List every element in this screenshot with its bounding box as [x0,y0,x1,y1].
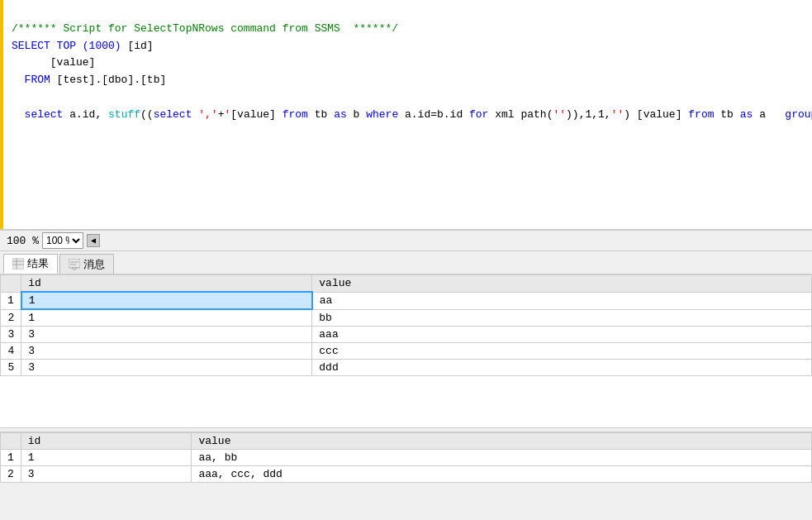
table-row[interactable]: 33aaa [1,327,812,343]
row-number: 3 [1,327,21,343]
row-number: 1 [1,292,21,309]
row-number: 2 [1,466,21,483]
cell-value[interactable]: aa [312,292,812,309]
comment-line: /****** Script for SelectTopNRows comman… [12,22,398,35]
tab-messages[interactable]: 消息 [59,254,114,274]
cell-id[interactable]: 1 [21,309,312,327]
result-table-2: id value 11aa, bb23aaa, ccc, ddd [0,432,812,483]
table-row[interactable]: 21bb [1,309,812,327]
tab-results[interactable]: 结果 [3,254,58,274]
cell-value[interactable]: aaa, ccc, ddd [192,466,812,483]
cell-value[interactable]: aaa [312,327,812,343]
table-icon [12,258,24,270]
table-row[interactable]: 43ccc [1,343,812,360]
zoom-label: 100 % [7,235,39,247]
tab-messages-label: 消息 [83,257,105,272]
col-value-header: value [312,275,812,293]
cell-value[interactable]: ddd [312,360,812,376]
row-number: 1 [1,450,21,466]
row-num-header [1,275,21,293]
messages-icon [69,259,80,270]
table-row[interactable]: 11aa [1,292,812,309]
tabs-bar: 结果 消息 [0,251,812,274]
results-panel-1: id value 11aa21bb33aaa43ccc53ddd [0,274,812,427]
table-row[interactable]: 11aa, bb [1,450,812,466]
row-number: 4 [1,343,21,360]
cell-id[interactable]: 3 [21,360,312,376]
cell-id[interactable]: 1 [21,450,192,466]
cell-value[interactable]: bb [312,309,812,327]
table-row[interactable]: 23aaa, ccc, ddd [1,466,812,483]
cell-id[interactable]: 1 [21,292,312,309]
tab-results-label: 结果 [27,256,49,271]
cell-id[interactable]: 3 [21,466,192,483]
svg-rect-0 [12,258,24,270]
code-editor[interactable]: /****** Script for SelectTopNRows comman… [0,0,812,230]
cell-value[interactable]: ccc [312,343,812,360]
cell-id[interactable]: 3 [21,327,312,343]
col-id-header: id [21,275,312,293]
zoom-select[interactable]: 100 % 75 % 150 % [42,232,83,249]
cell-value[interactable]: aa, bb [192,450,812,466]
status-bar: 100 % 100 % 75 % 150 % ◀ [0,230,812,251]
code-content: /****** Script for SelectTopNRows comman… [0,0,812,144]
select-keyword: SELECT TOP (1000) [12,40,127,52]
result-table-1: id value 11aa21bb33aaa43ccc53ddd [0,274,812,376]
svg-rect-4 [69,259,80,268]
row-number: 5 [1,360,21,376]
scroll-left-arrow[interactable]: ◀ [87,234,100,247]
editor-indicator [0,0,3,229]
cell-id[interactable]: 3 [21,343,312,360]
table-row[interactable]: 53ddd [1,360,812,376]
svg-marker-7 [72,268,77,270]
col-value-header-2: value [192,433,812,450]
row-number: 2 [1,309,21,327]
row-num-header-2 [1,433,21,450]
col-id-header-2: id [21,433,192,450]
results-panel-2: id value 11aa, bb23aaa, ccc, ddd [0,432,812,483]
